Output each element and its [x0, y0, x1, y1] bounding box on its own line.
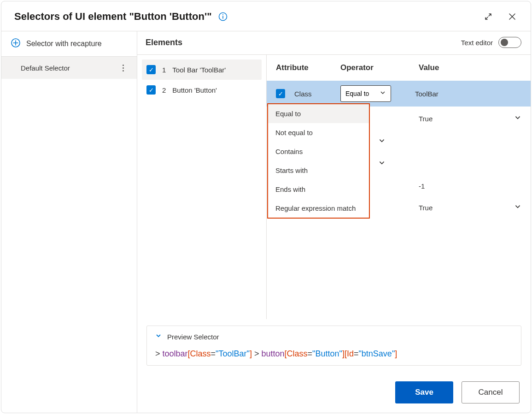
selectors-dialog: Selectors of UI element "Button 'Button'…	[1, 1, 531, 413]
selector-recapture-button[interactable]: Selector with recapture	[1, 31, 137, 57]
chevron-down-icon[interactable]	[378, 137, 386, 146]
element-name: Tool Bar 'ToolBar'	[172, 66, 226, 74]
column-attribute: Attribute	[276, 63, 340, 72]
dropdown-item[interactable]: Ends with	[268, 180, 369, 199]
plus-circle-icon	[11, 38, 21, 50]
dialog-header: Selectors of UI element "Button 'Button'…	[1, 1, 531, 31]
attribute-value: ToolBar	[415, 90, 521, 98]
dialog-title: Selectors of UI element "Button 'Button'…	[14, 11, 212, 23]
column-operator: Operator	[340, 63, 419, 72]
chevron-down-icon	[155, 332, 162, 341]
chevron-down-icon[interactable]	[378, 159, 386, 168]
svg-rect-2	[222, 16, 223, 19]
preview-selector-panel: Preview Selector > toolbar[Class="ToolBa…	[146, 326, 521, 366]
text-editor-toggle[interactable]	[498, 37, 521, 48]
dropdown-item[interactable]: Starts with	[268, 161, 369, 180]
attribute-value: True	[419, 204, 514, 212]
attribute-row[interactable]: ✓ Class Equal to ToolBar	[267, 81, 531, 107]
selectors-sidebar: Selector with recapture Default Selector	[1, 31, 137, 413]
dialog-footer: Save Cancel	[137, 372, 531, 413]
dropdown-item[interactable]: Not equal to	[268, 123, 369, 142]
operator-select[interactable]: Equal to	[340, 85, 391, 102]
preview-code: > toolbar[Class="ToolBar"] > button[Clas…	[155, 349, 513, 359]
more-icon[interactable]	[118, 63, 128, 72]
info-icon[interactable]	[218, 12, 228, 21]
column-value: Value	[419, 63, 521, 72]
elements-title: Elements	[146, 38, 182, 47]
expand-icon[interactable]	[483, 11, 494, 22]
chevron-down-icon[interactable]	[514, 203, 521, 212]
checkbox-icon[interactable]: ✓	[146, 65, 156, 74]
dropdown-item[interactable]: Contains	[268, 142, 369, 161]
attribute-value: -1	[419, 182, 521, 190]
checkbox-icon[interactable]: ✓	[146, 85, 156, 95]
close-icon[interactable]	[507, 11, 518, 22]
attribute-value: True	[419, 115, 514, 123]
preview-toggle[interactable]: Preview Selector	[155, 332, 513, 341]
main-panel: Elements Text editor ✓ 1 Tool Bar 'ToolB…	[137, 31, 531, 413]
checkbox-icon[interactable]: ✓	[276, 89, 285, 98]
cancel-button[interactable]: Cancel	[462, 381, 520, 403]
preview-label: Preview Selector	[167, 333, 219, 341]
svg-point-1	[222, 14, 223, 15]
selector-item-label: Default Selector	[21, 64, 118, 72]
chevron-down-icon[interactable]	[514, 114, 521, 123]
dropdown-item[interactable]: Regular expression match	[268, 199, 369, 218]
element-index: 2	[162, 86, 166, 94]
operator-dropdown: Equal to Not equal to Contains Starts wi…	[267, 103, 370, 219]
element-index: 1	[162, 66, 166, 74]
element-row[interactable]: ✓ 2 Button 'Button'	[142, 80, 262, 100]
chevron-down-icon	[380, 89, 386, 98]
selector-item-default[interactable]: Default Selector	[1, 57, 137, 79]
dropdown-item[interactable]: Equal to	[268, 104, 369, 123]
element-row[interactable]: ✓ 1 Tool Bar 'ToolBar'	[142, 59, 262, 80]
text-editor-label: Text editor	[461, 39, 493, 47]
recapture-label: Selector with recapture	[26, 40, 102, 48]
elements-list: ✓ 1 Tool Bar 'ToolBar' ✓ 2 Button 'Butto…	[137, 55, 266, 319]
save-button[interactable]: Save	[395, 381, 453, 403]
attribute-name: Class	[294, 90, 340, 98]
attributes-panel: Attribute Operator Value ✓ Class Equal t…	[266, 55, 531, 319]
element-name: Button 'Button'	[172, 86, 217, 94]
